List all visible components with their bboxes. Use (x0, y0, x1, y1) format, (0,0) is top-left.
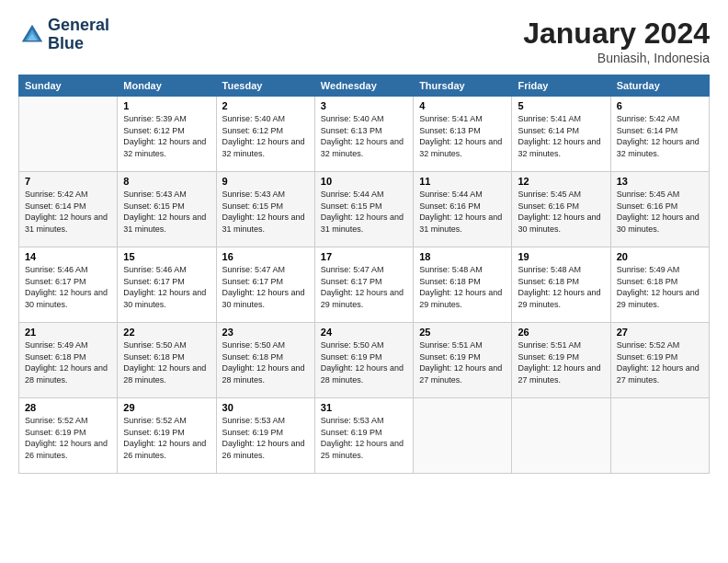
day-number: 11 (419, 176, 506, 187)
day-cell: 11Sunrise: 5:44 AM Sunset: 6:16 PM Dayli… (414, 172, 512, 247)
day-info: Sunrise: 5:48 AM Sunset: 6:18 PM Dayligh… (419, 264, 506, 310)
month-title: January 2024 (523, 17, 710, 51)
day-info: Sunrise: 5:50 AM Sunset: 6:18 PM Dayligh… (222, 339, 309, 385)
day-info: Sunrise: 5:51 AM Sunset: 6:19 PM Dayligh… (518, 339, 604, 385)
day-number: 18 (419, 251, 506, 262)
day-cell: 3Sunrise: 5:40 AM Sunset: 6:13 PM Daylig… (314, 97, 413, 172)
day-cell (610, 398, 709, 474)
day-info: Sunrise: 5:45 AM Sunset: 6:16 PM Dayligh… (518, 189, 604, 235)
day-number: 28 (25, 402, 111, 413)
day-cell: 30Sunrise: 5:53 AM Sunset: 6:19 PM Dayli… (216, 398, 314, 474)
week-row-1: 1Sunrise: 5:39 AM Sunset: 6:12 PM Daylig… (19, 97, 710, 172)
week-row-5: 28Sunrise: 5:52 AM Sunset: 6:19 PM Dayli… (19, 398, 710, 474)
day-number: 9 (222, 176, 309, 187)
day-info: Sunrise: 5:47 AM Sunset: 6:17 PM Dayligh… (321, 264, 407, 310)
day-info: Sunrise: 5:52 AM Sunset: 6:19 PM Dayligh… (123, 415, 210, 461)
header: General Blue January 2024 Buniasih, Indo… (18, 17, 710, 65)
logo-icon (18, 21, 46, 49)
day-number: 12 (518, 176, 604, 187)
day-cell: 12Sunrise: 5:45 AM Sunset: 6:16 PM Dayli… (512, 172, 610, 247)
day-cell: 27Sunrise: 5:52 AM Sunset: 6:19 PM Dayli… (610, 323, 709, 398)
day-info: Sunrise: 5:48 AM Sunset: 6:18 PM Dayligh… (518, 264, 604, 310)
day-number: 14 (25, 251, 111, 262)
day-cell: 22Sunrise: 5:50 AM Sunset: 6:18 PM Dayli… (118, 323, 216, 398)
day-info: Sunrise: 5:46 AM Sunset: 6:17 PM Dayligh… (123, 264, 210, 310)
day-number: 25 (419, 327, 506, 338)
day-cell: 16Sunrise: 5:47 AM Sunset: 6:17 PM Dayli… (216, 247, 314, 323)
day-cell: 23Sunrise: 5:50 AM Sunset: 6:18 PM Dayli… (216, 323, 314, 398)
day-cell: 26Sunrise: 5:51 AM Sunset: 6:19 PM Dayli… (512, 323, 610, 398)
day-number: 30 (222, 402, 309, 413)
header-day-tuesday: Tuesday (216, 75, 314, 97)
day-cell: 24Sunrise: 5:50 AM Sunset: 6:19 PM Dayli… (314, 323, 413, 398)
day-number: 5 (518, 100, 604, 111)
day-cell (414, 398, 512, 474)
day-cell: 7Sunrise: 5:42 AM Sunset: 6:14 PM Daylig… (19, 172, 118, 247)
day-number: 21 (25, 327, 111, 338)
day-cell: 8Sunrise: 5:43 AM Sunset: 6:15 PM Daylig… (118, 172, 216, 247)
day-info: Sunrise: 5:51 AM Sunset: 6:19 PM Dayligh… (419, 339, 506, 385)
day-cell: 15Sunrise: 5:46 AM Sunset: 6:17 PM Dayli… (118, 247, 216, 323)
logo-text: General Blue (48, 17, 109, 53)
day-info: Sunrise: 5:49 AM Sunset: 6:18 PM Dayligh… (617, 264, 703, 310)
week-row-3: 14Sunrise: 5:46 AM Sunset: 6:17 PM Dayli… (19, 247, 710, 323)
day-info: Sunrise: 5:53 AM Sunset: 6:19 PM Dayligh… (222, 415, 309, 461)
header-day-friday: Friday (512, 75, 610, 97)
day-number: 4 (419, 100, 506, 111)
day-number: 3 (321, 100, 407, 111)
day-info: Sunrise: 5:41 AM Sunset: 6:14 PM Dayligh… (518, 113, 604, 159)
day-info: Sunrise: 5:40 AM Sunset: 6:13 PM Dayligh… (321, 113, 407, 159)
day-cell: 28Sunrise: 5:52 AM Sunset: 6:19 PM Dayli… (19, 398, 118, 474)
week-row-4: 21Sunrise: 5:49 AM Sunset: 6:18 PM Dayli… (19, 323, 710, 398)
header-day-wednesday: Wednesday (314, 75, 413, 97)
day-info: Sunrise: 5:47 AM Sunset: 6:17 PM Dayligh… (222, 264, 309, 310)
day-cell (512, 398, 610, 474)
day-cell: 29Sunrise: 5:52 AM Sunset: 6:19 PM Dayli… (118, 398, 216, 474)
day-cell: 9Sunrise: 5:43 AM Sunset: 6:15 PM Daylig… (216, 172, 314, 247)
day-cell: 21Sunrise: 5:49 AM Sunset: 6:18 PM Dayli… (19, 323, 118, 398)
week-row-2: 7Sunrise: 5:42 AM Sunset: 6:14 PM Daylig… (19, 172, 710, 247)
day-number: 2 (222, 100, 309, 111)
day-number: 13 (617, 176, 703, 187)
day-cell: 5Sunrise: 5:41 AM Sunset: 6:14 PM Daylig… (512, 97, 610, 172)
title-block: January 2024 Buniasih, Indonesia (523, 17, 710, 65)
day-cell: 25Sunrise: 5:51 AM Sunset: 6:19 PM Dayli… (414, 323, 512, 398)
day-info: Sunrise: 5:46 AM Sunset: 6:17 PM Dayligh… (25, 264, 111, 310)
day-info: Sunrise: 5:49 AM Sunset: 6:18 PM Dayligh… (25, 339, 111, 385)
page: General Blue January 2024 Buniasih, Indo… (0, 0, 728, 563)
day-number: 15 (123, 251, 210, 262)
day-number: 29 (123, 402, 210, 413)
day-info: Sunrise: 5:52 AM Sunset: 6:19 PM Dayligh… (25, 415, 111, 461)
day-number: 26 (518, 327, 604, 338)
day-info: Sunrise: 5:50 AM Sunset: 6:19 PM Dayligh… (321, 339, 407, 385)
day-info: Sunrise: 5:45 AM Sunset: 6:16 PM Dayligh… (617, 189, 703, 235)
day-info: Sunrise: 5:42 AM Sunset: 6:14 PM Dayligh… (617, 113, 703, 159)
day-info: Sunrise: 5:43 AM Sunset: 6:15 PM Dayligh… (123, 189, 210, 235)
day-number: 8 (123, 176, 210, 187)
day-info: Sunrise: 5:39 AM Sunset: 6:12 PM Dayligh… (123, 113, 210, 159)
day-number: 22 (123, 327, 210, 338)
logo: General Blue (18, 17, 109, 53)
location: Buniasih, Indonesia (523, 51, 710, 65)
day-cell: 10Sunrise: 5:44 AM Sunset: 6:15 PM Dayli… (314, 172, 413, 247)
day-info: Sunrise: 5:50 AM Sunset: 6:18 PM Dayligh… (123, 339, 210, 385)
header-day-saturday: Saturday (610, 75, 709, 97)
day-info: Sunrise: 5:44 AM Sunset: 6:16 PM Dayligh… (419, 189, 506, 235)
day-cell: 14Sunrise: 5:46 AM Sunset: 6:17 PM Dayli… (19, 247, 118, 323)
day-info: Sunrise: 5:41 AM Sunset: 6:13 PM Dayligh… (419, 113, 506, 159)
day-info: Sunrise: 5:52 AM Sunset: 6:19 PM Dayligh… (617, 339, 703, 385)
day-cell: 19Sunrise: 5:48 AM Sunset: 6:18 PM Dayli… (512, 247, 610, 323)
day-number: 19 (518, 251, 604, 262)
day-cell: 1Sunrise: 5:39 AM Sunset: 6:12 PM Daylig… (118, 97, 216, 172)
day-cell: 6Sunrise: 5:42 AM Sunset: 6:14 PM Daylig… (610, 97, 709, 172)
day-number: 10 (321, 176, 407, 187)
day-number: 31 (321, 402, 407, 413)
day-number: 17 (321, 251, 407, 262)
day-number: 6 (617, 100, 703, 111)
day-cell: 17Sunrise: 5:47 AM Sunset: 6:17 PM Dayli… (314, 247, 413, 323)
day-info: Sunrise: 5:42 AM Sunset: 6:14 PM Dayligh… (25, 189, 111, 235)
day-info: Sunrise: 5:40 AM Sunset: 6:12 PM Dayligh… (222, 113, 309, 159)
day-number: 20 (617, 251, 703, 262)
day-cell: 2Sunrise: 5:40 AM Sunset: 6:12 PM Daylig… (216, 97, 314, 172)
day-info: Sunrise: 5:53 AM Sunset: 6:19 PM Dayligh… (321, 415, 407, 461)
